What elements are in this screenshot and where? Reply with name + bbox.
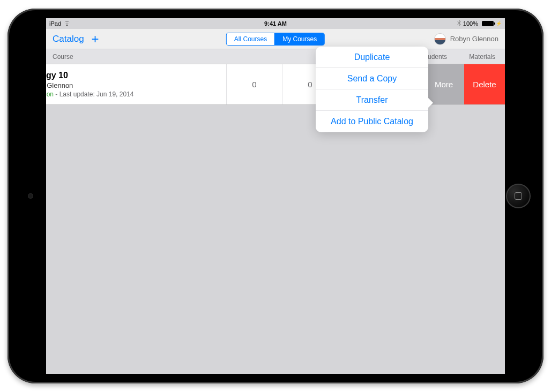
screen: iPad 9:41 AM 100% ⚡ Catalog +: [46, 18, 505, 374]
session-badge: In session: [46, 91, 54, 98]
popover-duplicate[interactable]: Duplicate: [316, 47, 428, 68]
course-filter-segmented: All Courses My Courses: [226, 33, 325, 46]
popover-add-public[interactable]: Add to Public Catalog: [316, 111, 428, 132]
column-header-row: Course Students Materials: [46, 49, 505, 64]
more-popover: Duplicate Send a Copy Transfer Add to Pu…: [316, 47, 428, 132]
column-materials: Materials: [457, 53, 505, 61]
wifi-icon: [63, 20, 71, 27]
catalog-button[interactable]: Catalog: [53, 34, 84, 44]
delete-button[interactable]: Delete: [464, 64, 505, 104]
camera-dot: [28, 193, 33, 199]
last-update-text: - Last update: Jun 19, 2014: [54, 91, 133, 98]
username-label: Robyn Glennon: [450, 35, 498, 43]
bluetooth-icon: [457, 20, 461, 27]
course-status: In session - Last update: Jun 19, 2014: [46, 91, 226, 98]
course-info: Biology 10 Robyn Glennon In session - La…: [46, 64, 226, 104]
content-background: [46, 105, 505, 374]
cell-students: 0: [226, 64, 282, 104]
clock: 9:41 AM: [264, 20, 287, 27]
popover-send-copy[interactable]: Send a Copy: [316, 68, 428, 89]
home-button-square-icon: [515, 192, 522, 200]
avatar: [434, 33, 446, 45]
course-author: Robyn Glennon: [46, 81, 226, 89]
nav-bar: Catalog + All Courses My Courses Robyn G…: [46, 29, 505, 49]
course-row[interactable]: Biology 10 Robyn Glennon In session - La…: [46, 64, 505, 105]
device-label: iPad: [49, 20, 61, 27]
ipad-device-frame: iPad 9:41 AM 100% ⚡ Catalog +: [8, 9, 543, 383]
tab-my-courses[interactable]: My Courses: [274, 33, 324, 45]
home-button[interactable]: [506, 184, 531, 208]
course-title: Biology 10: [46, 71, 226, 80]
add-button[interactable]: +: [92, 33, 99, 46]
battery-percentage: 100%: [463, 20, 478, 27]
tab-all-courses[interactable]: All Courses: [227, 33, 274, 45]
user-menu[interactable]: Robyn Glennon: [434, 33, 498, 45]
popover-transfer[interactable]: Transfer: [316, 89, 428, 111]
status-bar: iPad 9:41 AM 100% ⚡: [46, 18, 505, 29]
battery-icon: ⚡: [480, 21, 502, 26]
